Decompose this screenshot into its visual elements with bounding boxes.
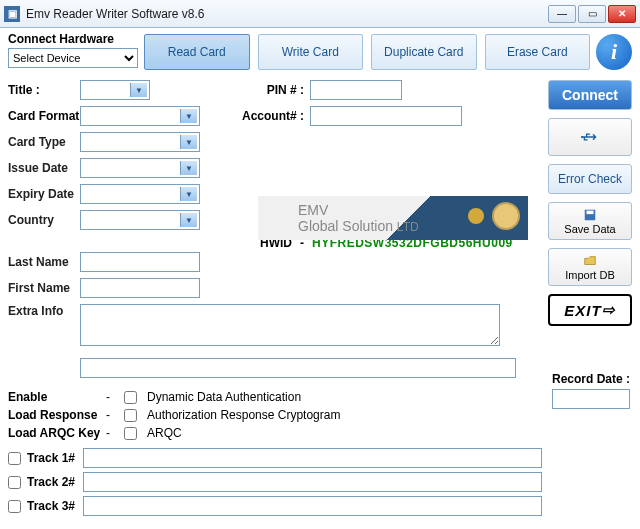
card-format-label: Card Format: [8, 109, 80, 123]
last-name-label: Last Name: [8, 255, 80, 269]
svg-point-0: [581, 136, 583, 138]
write-card-button[interactable]: Write Card: [258, 34, 364, 70]
track1-input[interactable]: [83, 448, 542, 468]
load-response-checkbox[interactable]: [124, 409, 137, 422]
error-check-button[interactable]: Error Check: [548, 164, 632, 194]
read-card-button[interactable]: Read Card: [144, 34, 250, 70]
track2-input[interactable]: [83, 472, 542, 492]
card-type-combo[interactable]: [80, 132, 200, 152]
connect-hardware-label: Connect Hardware: [8, 32, 138, 46]
account-input[interactable]: [310, 106, 462, 126]
track2-label: Track 2#: [27, 475, 83, 489]
exit-arrow-icon: ⇨: [602, 301, 616, 319]
issue-date-label: Issue Date: [8, 161, 80, 175]
info-icon[interactable]: i: [596, 34, 632, 70]
track3-checkbox[interactable]: [8, 500, 21, 513]
record-date-area: Record Date :: [552, 372, 630, 409]
track3-label: Track 3#: [27, 499, 83, 513]
device-select[interactable]: Select Device: [8, 48, 138, 68]
country-combo[interactable]: [80, 210, 200, 230]
app-icon: ▣: [4, 6, 20, 22]
extra-info-label: Extra Info: [8, 304, 80, 318]
pin-label: PIN # :: [240, 83, 310, 97]
track2-checkbox[interactable]: [8, 476, 21, 489]
load-response-label: Load Response: [8, 408, 106, 422]
track1-label: Track 1#: [27, 451, 83, 465]
usb-button[interactable]: [548, 118, 632, 156]
title-label: Title :: [8, 83, 80, 97]
folder-icon: [581, 254, 599, 268]
minimize-button[interactable]: —: [548, 5, 576, 23]
load-arqc-checkbox[interactable]: [124, 427, 137, 440]
issue-date-combo[interactable]: [80, 158, 200, 178]
record-date-input[interactable]: [552, 389, 630, 409]
track3-input[interactable]: [83, 496, 542, 516]
expiry-date-combo[interactable]: [80, 184, 200, 204]
close-button[interactable]: ✕: [608, 5, 636, 23]
track1-checkbox[interactable]: [8, 452, 21, 465]
extra-info-input[interactable]: [80, 304, 500, 346]
account-label: Account# :: [240, 109, 310, 123]
chip-icon: [492, 202, 520, 230]
window-title: Emv Reader Writer Software v8.6: [26, 7, 205, 21]
key-icon: [468, 208, 484, 224]
save-icon: [581, 208, 599, 222]
card-type-label: Card Type: [8, 135, 80, 149]
brand-banner: EMV Global Solution LTD: [258, 196, 528, 240]
maximize-button[interactable]: ▭: [578, 5, 606, 23]
card-format-combo[interactable]: [80, 106, 200, 126]
exit-button[interactable]: EXIT⇨: [548, 294, 632, 326]
save-data-button[interactable]: Save Data: [548, 202, 632, 240]
titlebar: ▣ Emv Reader Writer Software v8.6 — ▭ ✕: [0, 0, 640, 28]
record-date-label: Record Date :: [552, 372, 630, 386]
last-name-input[interactable]: [80, 252, 200, 272]
load-arqc-label: Load ARQC Key: [8, 426, 106, 440]
enable-checkbox[interactable]: [124, 391, 137, 404]
duplicate-card-button[interactable]: Duplicate Card: [371, 34, 477, 70]
usb-icon: [581, 130, 599, 144]
first-name-input[interactable]: [80, 278, 200, 298]
enable-option-label: Dynamic Data Authentication: [147, 390, 301, 404]
load-response-option-label: Authorization Response Cryptogram: [147, 408, 340, 422]
extra-info-line-input[interactable]: [80, 358, 516, 378]
import-db-button[interactable]: Import DB: [548, 248, 632, 286]
svg-rect-2: [587, 210, 594, 214]
pin-input[interactable]: [310, 80, 402, 100]
erase-card-button[interactable]: Erase Card: [485, 34, 591, 70]
first-name-label: First Name: [8, 281, 80, 295]
country-label: Country: [8, 213, 80, 227]
expiry-date-label: Expiry Date: [8, 187, 80, 201]
title-combo[interactable]: [80, 80, 150, 100]
enable-label: Enable: [8, 390, 106, 404]
load-arqc-option-label: ARQC: [147, 426, 182, 440]
connect-button[interactable]: Connect: [548, 80, 632, 110]
